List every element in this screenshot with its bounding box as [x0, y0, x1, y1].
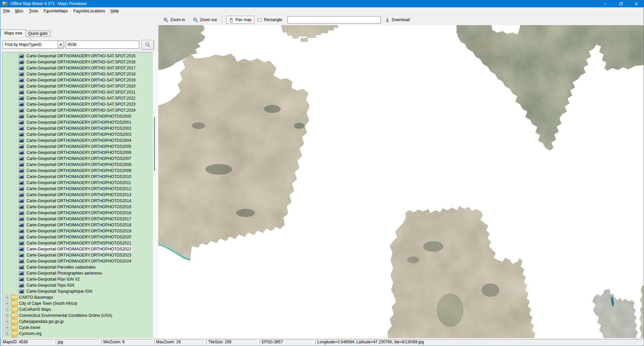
- tree-item-label: Carte-Geoportail ORTHOIMAGERY.ORTHO-SAT.…: [25, 53, 137, 59]
- tree-map-item[interactable]: Carte-Geoportail ORTHOIMAGERY.ORTHOPHOTO…: [3, 119, 153, 125]
- tree-folder-item[interactable]: Cyberjapandata.gsi.go.jp: [3, 319, 153, 325]
- menu-favoritelocations[interactable]: FavoriteLocations: [71, 8, 108, 14]
- tree-map-item[interactable]: Carte-Geoportail Photographies aeriennes: [3, 270, 153, 276]
- minimize-button[interactable]: [598, 0, 613, 7]
- expand-plus-icon[interactable]: [5, 320, 9, 324]
- tree-map-item[interactable]: Carte-Geoportail ORTHOIMAGERY.ORTHOPHOTO…: [3, 186, 153, 192]
- tree-map-item[interactable]: Carte-Geoportail ORTHOIMAGERY.ORTHOPHOTO…: [3, 258, 153, 264]
- expand-plus-icon[interactable]: [5, 302, 9, 305]
- map-image-icon: [19, 229, 24, 233]
- zoom-in-button[interactable]: Zoom in: [161, 16, 187, 24]
- tree-folder-item[interactable]: Cyclosm.org: [3, 331, 153, 337]
- rectangle-button[interactable]: Rectangle: [255, 16, 284, 24]
- tree-map-item[interactable]: Carte-Geoportail ORTHOIMAGERY.ORTHO-SAT.…: [3, 95, 153, 101]
- tree-map-item[interactable]: Carte-Geoportail ORTHOIMAGERY.ORTHO-SAT.…: [3, 77, 153, 83]
- find-by-dropdown[interactable]: Find by MapsTypeID: [3, 41, 64, 49]
- download-button[interactable]: Download: [383, 16, 412, 24]
- tree-map-item[interactable]: Carte-Geoportail Plan IGN V2: [3, 276, 153, 282]
- menubar: FileMiscToolsFavoriteMapsFavoriteLocatio…: [0, 7, 644, 14]
- maps-id-input[interactable]: [66, 41, 139, 49]
- tree-map-item[interactable]: Carte-Geoportail ORTHOIMAGERY.ORTHOPHOTO…: [3, 137, 153, 143]
- map-image-icon: [19, 241, 24, 245]
- tree-map-item[interactable]: Carte-Geoportail ORTHOIMAGERY.ORTHOPHOTO…: [3, 150, 153, 156]
- tree-folder-item[interactable]: CoCoRaHS Maps: [3, 306, 153, 312]
- tree-folder-item[interactable]: CARTO Basemaps: [3, 294, 153, 300]
- maps-tree[interactable]: Carte-Geoportail ORTHOIMAGERY.ORTHO-SAT.…: [2, 52, 153, 346]
- close-button[interactable]: [629, 0, 644, 7]
- tree-map-item[interactable]: Carte-Geoportail ORTHOIMAGERY.ORTHO-SAT.…: [3, 71, 153, 77]
- tree-map-item[interactable]: Carte-Geoportail ORTHOIMAGERY.ORTHOPHOTO…: [3, 168, 153, 174]
- dropdown-button[interactable]: [57, 41, 64, 48]
- tree-item-label: Carte-Geoportail ORTHOIMAGERY.ORTHOPHOTO…: [25, 246, 132, 252]
- tree-map-item[interactable]: Carte-Geoportail ORTHOIMAGERY.ORTHOPHOTO…: [3, 174, 153, 180]
- tree-map-item[interactable]: Carte-Geoportail ORTHOIMAGERY.ORTHOPHOTO…: [3, 204, 153, 210]
- tree-map-item[interactable]: Carte-Geoportail ORTHOIMAGERY.ORTHOPHOTO…: [3, 125, 153, 131]
- tree-item-label: Carte-Geoportail ORTHOIMAGERY.ORTHOPHOTO…: [25, 186, 132, 191]
- tree-map-item[interactable]: Carte-Geoportail ORTHOIMAGERY.ORTHOPHOTO…: [3, 234, 153, 240]
- restore-button[interactable]: [613, 0, 629, 7]
- tree-vertical-scrollbar[interactable]: [153, 52, 158, 346]
- tree-map-item[interactable]: Carte-Geoportail ORTHOIMAGERY.ORTHOPHOTO…: [3, 156, 153, 162]
- tree-item-label: Carte-Geoportail ORTHOIMAGERY.ORTHO-SAT.…: [25, 83, 137, 89]
- scrollbar-thumb[interactable]: [154, 117, 155, 171]
- expand-plus-icon[interactable]: [5, 326, 9, 330]
- tree-item-label: Carte-Geoportail ORTHOIMAGERY.ORTHOPHOTO…: [25, 252, 132, 258]
- tree-map-item[interactable]: Carte-Geoportail ORTHOIMAGERY.ORTHOPHOTO…: [3, 162, 153, 168]
- tree-map-item[interactable]: Carte-Geoportail ORTHOIMAGERY.ORTHO-SAT.…: [3, 59, 153, 65]
- expand-plus-icon[interactable]: [5, 308, 9, 311]
- tree-map-item[interactable]: Carte-Geoportail ORTHOIMAGERY.ORTHOPHOTO…: [3, 246, 153, 252]
- download-label: Download: [392, 17, 410, 22]
- tree-map-item[interactable]: Carte-Geoportail ORTHOIMAGERY.ORTHOPHOTO…: [3, 252, 153, 258]
- tree-map-item[interactable]: Carte-Geoportail ORTHOIMAGERY.ORTHO-SAT.…: [3, 53, 153, 59]
- menu-misc[interactable]: Misc: [12, 8, 26, 14]
- tab-maps-tree[interactable]: Maps tree: [1, 30, 26, 37]
- tree-map-item[interactable]: Carte-Geoportail ORTHOIMAGERY.ORTHOPHOTO…: [3, 210, 153, 216]
- tree-map-item[interactable]: Carte-Geoportail ORTHOIMAGERY.ORTHOPHOTO…: [3, 180, 153, 186]
- menu-tools[interactable]: Tools: [26, 8, 41, 14]
- map-image-icon: [19, 157, 24, 161]
- expand-plus-icon[interactable]: [5, 314, 9, 318]
- folder-icon: [11, 320, 18, 324]
- map-image-icon: [19, 235, 24, 239]
- tree-map-item[interactable]: Carte-Geoportail Parcelles cadastrales: [3, 264, 153, 270]
- tree-map-item[interactable]: Carte-Geoportail Topographique IGN: [3, 288, 153, 294]
- folder-icon: [11, 295, 18, 300]
- tree-map-item[interactable]: Carte-Geoportail ORTHOIMAGERY.ORTHOPHOTO…: [3, 131, 153, 137]
- tree-map-item[interactable]: Carte-Geoportail ORTHOIMAGERY.ORTHOPHOTO…: [3, 216, 153, 222]
- tree-map-item[interactable]: Carte-Geoportail ORTHOIMAGERY.ORTHO-SAT.…: [3, 89, 153, 95]
- tree-item-label: Carte-Geoportail ORTHOIMAGERY.ORTHOPHOTO…: [25, 126, 132, 131]
- tree-map-item[interactable]: Carte-Geoportail ORTHOIMAGERY.ORTHOPHOTO…: [3, 192, 153, 198]
- tab-quick-goto[interactable]: Quick goto: [25, 31, 51, 37]
- menu-help[interactable]: Help: [108, 8, 122, 14]
- tree-item-label: Connecticut Environmental Conditions Onl…: [18, 313, 113, 318]
- tree-folder-item[interactable]: City of Cape Town (South Africa): [3, 300, 153, 306]
- map-image-icon: [19, 138, 24, 143]
- tree-map-item[interactable]: Carte-Geoportail ORTHOIMAGERY.ORTHOPHOTO…: [3, 228, 153, 234]
- satellite-patch-top-center: [281, 25, 338, 42]
- expand-plus-icon[interactable]: [5, 332, 9, 336]
- tree-map-item[interactable]: Carte-Geoportail Topo IGN: [3, 282, 153, 288]
- tree-map-item[interactable]: Carte-Geoportail ORTHOIMAGERY.ORTHO-SAT.…: [3, 101, 153, 107]
- tree-map-item[interactable]: Carte-Geoportail ORTHOIMAGERY.ORTHOPHOTO…: [3, 222, 153, 228]
- tree-map-item[interactable]: Carte-Geoportail ORTHOIMAGERY.ORTHOPHOTO…: [3, 198, 153, 204]
- zoom-out-button[interactable]: Zoom out: [191, 16, 219, 24]
- map-canvas[interactable]: [158, 25, 644, 338]
- search-button[interactable]: [141, 40, 154, 50]
- tree-map-item[interactable]: Carte-Geoportail ORTHOIMAGERY.ORTHOPHOTO…: [3, 143, 153, 150]
- tree-map-item[interactable]: Carte-Geoportail ORTHOIMAGERY.ORTHO-SAT.…: [3, 83, 153, 89]
- tree-map-item[interactable]: Carte-Geoportail ORTHOIMAGERY.ORTHOPHOTO…: [3, 240, 153, 246]
- tree-folder-item[interactable]: Cycle.travel: [3, 325, 153, 331]
- tree-map-item[interactable]: Carte-Geoportail ORTHOIMAGERY.ORTHO-SAT.…: [3, 65, 153, 71]
- toolbar-text-input[interactable]: [287, 16, 381, 23]
- tree-map-item[interactable]: Carte-Geoportail ORTHOIMAGERY.ORTHOPHOTO…: [3, 113, 153, 119]
- map-toolbar: Zoom in Zoom out Pan map Rectangle Downl…: [158, 14, 644, 25]
- tree-item-label: Carte-Geoportail ORTHOIMAGERY.ORTHOPHOTO…: [25, 234, 132, 240]
- tree-folder-item[interactable]: Connecticut Environmental Conditions Onl…: [3, 312, 153, 319]
- menu-favoritemaps[interactable]: FavoriteMaps: [41, 8, 71, 14]
- menu-file[interactable]: File: [1, 8, 12, 14]
- restore-icon: [619, 2, 623, 6]
- expand-plus-icon[interactable]: [5, 296, 9, 299]
- tree-map-item[interactable]: Carte-Geoportail ORTHOIMAGERY.ORTHO-SAT.…: [3, 107, 153, 113]
- pan-map-button[interactable]: Pan map: [226, 16, 254, 24]
- map-image-icon: [19, 114, 24, 119]
